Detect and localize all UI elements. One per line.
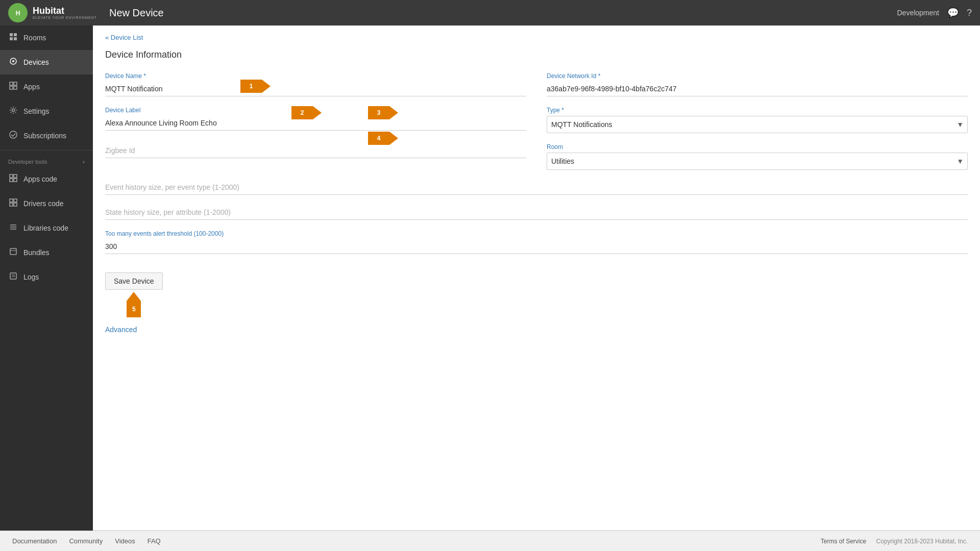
device-name-label: Device Name * bbox=[105, 72, 526, 80]
form-area: Device Name * Device Network Id * Device… bbox=[105, 72, 968, 334]
state-history-input[interactable] bbox=[105, 205, 968, 220]
section-title: Device Information bbox=[105, 49, 968, 60]
alert-threshold-group: Too many events alert threshold (100-200… bbox=[105, 230, 968, 254]
device-network-id-label: Device Network Id * bbox=[547, 72, 968, 80]
device-name-group: Device Name * bbox=[105, 72, 526, 96]
alert-threshold-input[interactable] bbox=[105, 239, 968, 254]
sidebar-item-subscriptions-label: Subscriptions bbox=[23, 132, 66, 140]
type-select[interactable]: MQTT Notifications bbox=[547, 116, 968, 133]
annotation-1-body: 1 bbox=[240, 80, 262, 93]
footer-terms[interactable]: Terms of Service bbox=[821, 538, 866, 545]
save-device-button[interactable]: Save Device bbox=[105, 272, 163, 290]
logo-text-block: Hubitat ELEVATE YOUR ENVIRONMENT bbox=[33, 6, 96, 20]
svg-rect-3 bbox=[14, 33, 17, 36]
footer-community[interactable]: Community bbox=[69, 537, 103, 545]
svg-rect-14 bbox=[10, 174, 13, 178]
annotation-3: 3 bbox=[368, 106, 398, 119]
annotation-3-body: 3 bbox=[368, 106, 389, 119]
footer-videos[interactable]: Videos bbox=[115, 537, 135, 545]
svg-rect-11 bbox=[14, 86, 17, 89]
sidebar-item-logs-label: Logs bbox=[23, 273, 39, 281]
annotation-4-body: 4 bbox=[368, 132, 389, 145]
sidebar-item-logs[interactable]: Logs bbox=[0, 265, 93, 289]
zigbee-id-group bbox=[105, 143, 526, 170]
env-label: Development bbox=[897, 9, 939, 17]
rooms-icon bbox=[8, 33, 18, 43]
svg-rect-15 bbox=[14, 174, 17, 178]
device-network-id-input[interactable] bbox=[547, 82, 968, 96]
sidebar-item-rooms-label: Rooms bbox=[23, 34, 46, 42]
annotation-1-tip bbox=[262, 80, 271, 93]
sidebar-item-apps[interactable]: Apps bbox=[0, 74, 93, 99]
header: H Hubitat ELEVATE YOUR ENVIRONMENT New D… bbox=[0, 0, 980, 26]
logo-subtitle: ELEVATE YOUR ENVIRONMENT bbox=[33, 16, 96, 19]
svg-rect-19 bbox=[14, 199, 17, 202]
collapse-icon[interactable]: ‹ bbox=[83, 159, 85, 165]
svg-rect-8 bbox=[10, 82, 13, 85]
save-section: Save Device 5 bbox=[105, 272, 163, 290]
help-icon[interactable]: ? bbox=[967, 8, 972, 18]
libraries-code-icon bbox=[8, 223, 18, 233]
logo-name: Hubitat bbox=[33, 6, 96, 16]
app-body: Rooms Devices Apps Settings Subscription bbox=[0, 26, 980, 531]
alert-threshold-label: Too many events alert threshold (100-200… bbox=[105, 230, 968, 237]
breadcrumb-link[interactable]: « Device List bbox=[105, 34, 143, 41]
sidebar-item-settings[interactable]: Settings bbox=[0, 99, 93, 123]
devices-icon bbox=[8, 57, 18, 67]
sidebar-item-drivers-code-label: Drivers code bbox=[23, 199, 64, 208]
svg-text:H: H bbox=[16, 10, 20, 17]
sidebar-item-apps-code-label: Apps code bbox=[23, 175, 57, 183]
sidebar: Rooms Devices Apps Settings Subscription bbox=[0, 26, 93, 531]
svg-point-7 bbox=[12, 60, 14, 62]
room-label: Room bbox=[547, 143, 968, 151]
chat-icon[interactable]: 💬 bbox=[947, 7, 959, 18]
device-name-input[interactable] bbox=[105, 82, 526, 96]
breadcrumb[interactable]: « Device List bbox=[93, 26, 980, 49]
sidebar-item-drivers-code[interactable]: Drivers code bbox=[0, 191, 93, 216]
sidebar-divider bbox=[0, 150, 93, 151]
event-history-input[interactable] bbox=[105, 180, 968, 195]
annotation-2: 2 bbox=[291, 106, 322, 119]
developer-tools-label: Developer tools ‹ bbox=[0, 153, 93, 167]
footer: Documentation Community Videos FAQ Terms… bbox=[0, 531, 980, 551]
apps-code-icon bbox=[8, 174, 18, 184]
page-title: New Device bbox=[101, 7, 897, 19]
svg-rect-16 bbox=[10, 179, 13, 182]
zigbee-id-input[interactable] bbox=[105, 143, 526, 158]
logo: H Hubitat ELEVATE YOUR ENVIRONMENT bbox=[8, 3, 101, 22]
svg-rect-18 bbox=[10, 199, 13, 202]
event-history-group bbox=[105, 180, 968, 195]
annotation-2-body: 2 bbox=[291, 106, 313, 119]
main-content: « Device List Device Information Device … bbox=[93, 26, 980, 531]
svg-rect-25 bbox=[10, 248, 16, 255]
room-group: Room Utilities ▼ bbox=[547, 143, 968, 170]
sidebar-item-libraries-code[interactable]: Libraries code bbox=[0, 216, 93, 240]
footer-faq[interactable]: FAQ bbox=[148, 537, 161, 545]
svg-point-12 bbox=[12, 109, 15, 112]
apps-icon bbox=[8, 82, 18, 92]
svg-rect-10 bbox=[10, 86, 13, 89]
sidebar-item-devices[interactable]: Devices bbox=[0, 50, 93, 74]
svg-rect-27 bbox=[10, 273, 16, 279]
type-group: Type * MQTT Notifications ▼ bbox=[547, 107, 968, 133]
sidebar-item-apps-code[interactable]: Apps code bbox=[0, 167, 93, 191]
svg-rect-4 bbox=[10, 37, 13, 40]
svg-point-13 bbox=[10, 131, 17, 138]
svg-rect-20 bbox=[10, 203, 13, 206]
svg-rect-2 bbox=[10, 33, 13, 36]
sidebar-item-bundles[interactable]: Bundles bbox=[0, 240, 93, 265]
bundles-icon bbox=[8, 247, 18, 258]
type-select-wrapper: MQTT Notifications ▼ bbox=[547, 116, 968, 133]
advanced-link[interactable]: Advanced bbox=[105, 325, 968, 334]
sidebar-item-devices-label: Devices bbox=[23, 58, 49, 66]
page-section: Device Information Device Name * Device … bbox=[93, 49, 980, 530]
room-select[interactable]: Utilities bbox=[547, 153, 968, 170]
sidebar-item-libraries-code-label: Libraries code bbox=[23, 224, 68, 232]
footer-copyright: Copyright 2018-2023 Hubitat, Inc. bbox=[876, 538, 968, 545]
footer-documentation[interactable]: Documentation bbox=[12, 537, 57, 545]
sidebar-item-subscriptions[interactable]: Subscriptions bbox=[0, 123, 93, 148]
annotation-2-tip bbox=[313, 106, 322, 119]
svg-rect-21 bbox=[14, 203, 17, 206]
sidebar-item-rooms[interactable]: Rooms bbox=[0, 26, 93, 50]
settings-icon bbox=[8, 106, 18, 116]
